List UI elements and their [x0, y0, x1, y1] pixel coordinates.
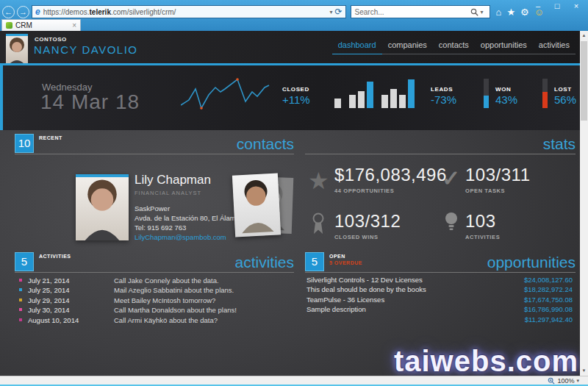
activity-row[interactable]: July 25, 2014 Mail Azeglio Sabbatini abo… — [15, 286, 294, 296]
address-bar[interactable]: e https://demos.telerik.com/silverlight/… — [32, 5, 346, 18]
contact-role: FINANCIAL ANALYST — [135, 190, 234, 196]
leads-bar — [381, 95, 388, 108]
vertical-scrollbar[interactable]: ▲ ▼ — [580, 31, 588, 376]
opportunity-row[interactable]: Silverlight Controls - 12 Dev Licenses $… — [305, 276, 576, 285]
main-nav: dashboard companies contacts opportuniti… — [332, 40, 576, 54]
leads-bar — [334, 99, 341, 108]
contact-photo-front[interactable] — [232, 173, 281, 237]
opportunity-row[interactable]: TeamPulse - 36 Licenses $17,674,750.08 — [305, 296, 576, 305]
stat-opportunities: $176,083,496 44 OPPORTUNITIES — [334, 165, 447, 194]
activity-row[interactable]: August 10, 2014 Call Armi Käyhkö about t… — [15, 316, 294, 326]
activity-date: July 30, 2014 — [28, 306, 70, 314]
url-prefix: https://demos. — [43, 8, 90, 16]
search-icon[interactable] — [470, 8, 478, 16]
stat-closed-wins: 103/312 CLOSED WINS — [334, 211, 401, 240]
nav-item-contacts[interactable]: contacts — [433, 40, 475, 54]
nav-item-dashboard[interactable]: dashboard — [332, 40, 382, 54]
contacts-section-title[interactable]: contacts — [237, 135, 294, 153]
contact-email-link[interactable]: LilyChapman@spambob.com — [135, 233, 234, 241]
opportunity-amount: $17,674,750.08 — [524, 296, 573, 304]
opportunity-name: Sample description — [306, 305, 366, 313]
activity-row[interactable]: July 21, 2014 Call Jake Connely about th… — [15, 276, 294, 286]
zoom-level: 100% — [557, 377, 574, 385]
stats-section-title[interactable]: stats — [543, 135, 576, 153]
stat-value: 103 — [465, 211, 500, 232]
lost-gauge-fill — [542, 92, 548, 108]
activity-bullet — [19, 299, 22, 301]
scroll-down-icon[interactable]: ▼ — [580, 366, 588, 376]
contacts-count-badge: 10 — [15, 134, 34, 153]
activity-text: Call Martha Donaldson about the plans! — [114, 306, 237, 314]
close-button[interactable]: × — [568, 1, 584, 11]
opportunity-name: Silverlight Controls - 12 Dev Licenses — [306, 276, 423, 284]
tab-bar: CRM × — [0, 19, 588, 31]
stat-label: OPEN TASKS — [465, 187, 530, 194]
search-box[interactable]: Search... ▾ — [351, 5, 490, 18]
activity-date: August 10, 2014 — [28, 316, 79, 324]
contacts-section-header: 10 RECENT contacts — [15, 134, 294, 154]
left-column: 10 RECENT contacts Lily Chapman FINANCIA… — [15, 130, 294, 376]
browser-window: – □ × ← → e https://demos.telerik.com/si… — [0, 0, 588, 386]
leads-bar — [390, 89, 397, 108]
opportunity-row[interactable]: Sample description $16,786,990.08 — [305, 305, 576, 315]
url-text: https://demos.telerik.com/silverlight/cr… — [43, 8, 328, 16]
home-icon[interactable]: ⌂ — [496, 7, 502, 18]
stat-label: 44 OPPORTUNITIES — [334, 187, 447, 194]
user-name: NANCY DAVOLIO — [34, 43, 137, 56]
smiley-feedback-icon[interactable]: ☺ — [534, 7, 544, 18]
user-avatar[interactable] — [6, 34, 28, 63]
award-ribbon-icon — [311, 212, 326, 235]
activity-bullet — [19, 318, 22, 321]
leads-bar-highlight — [367, 82, 373, 108]
contact-photo-stack[interactable] — [232, 174, 294, 240]
tab-crm[interactable]: CRM × — [1, 19, 81, 31]
contact-name: Lily Chapman — [135, 173, 234, 187]
contact-photo[interactable] — [76, 174, 129, 240]
maximize-button[interactable]: □ — [549, 1, 565, 11]
favorites-star-icon[interactable]: ★ — [506, 7, 515, 18]
activity-bullet — [19, 308, 22, 311]
back-button[interactable]: ← — [2, 6, 15, 18]
header-accent-line — [0, 63, 580, 65]
leads-bar-chart — [334, 79, 427, 108]
activity-date: July 25, 2014 — [28, 286, 70, 294]
lightbulb-icon — [445, 212, 458, 232]
activity-text: Mail Azeglio Sabbatini about the plans. — [114, 286, 234, 294]
right-column: stats ★ $176,083,496 44 OPPORTUNITIES ✓ … — [305, 130, 576, 376]
refresh-icon[interactable]: ⟳ — [334, 7, 342, 17]
nav-item-activities[interactable]: activities — [533, 40, 576, 54]
activity-bullet — [19, 279, 22, 282]
search-placeholder: Search... — [355, 8, 470, 16]
opportunities-section-title[interactable]: opportunities — [487, 254, 576, 271]
zoom-dropdown-icon[interactable]: ▾ — [576, 378, 579, 384]
stat-label: CLOSED WINS — [334, 234, 401, 240]
search-dropdown-icon[interactable]: ▾ — [481, 9, 484, 15]
leads-bar — [399, 95, 406, 108]
opportunity-row[interactable]: $11,297,942.40 — [305, 315, 576, 325]
opportunities-count-badge: 5 — [305, 252, 324, 271]
activity-row[interactable]: July 30, 2014 Call Martha Donaldson abou… — [15, 306, 294, 315]
contact-phone: Tel: 915 692 763 — [135, 224, 234, 232]
activity-text: Call Jake Connely about the data. — [114, 276, 219, 285]
lost-value: 56% — [554, 93, 576, 106]
contacts-badge-label: RECENT — [39, 135, 62, 140]
stat-value: $176,083,496 — [334, 165, 447, 185]
opportunity-row[interactable]: This deal should be done by the books $1… — [305, 285, 576, 295]
won-label: WON — [495, 86, 511, 93]
opportunity-amount: $24,008,127.60 — [524, 276, 573, 284]
forward-button[interactable]: → — [17, 6, 29, 18]
activity-row[interactable]: July 29, 2014 Meet Bailey McIntosh tomor… — [15, 296, 294, 306]
silverlight-favicon-icon — [6, 22, 12, 29]
nav-item-opportunities[interactable]: opportunities — [475, 40, 533, 54]
won-gauge-fill — [484, 96, 489, 108]
chrome-icon-cluster: ⌂ ★ ⚙ ☺ — [496, 7, 544, 18]
activities-section-header: 5 ACTIVITIES activities — [15, 252, 294, 273]
opportunity-amount: $16,786,990.08 — [524, 305, 573, 313]
activities-section-title[interactable]: activities — [234, 254, 294, 271]
scroll-up-icon[interactable]: ▲ — [580, 31, 588, 40]
scrollbar-thumb[interactable] — [581, 41, 587, 121]
settings-gear-icon[interactable]: ⚙ — [520, 7, 529, 18]
tab-close-icon[interactable]: × — [72, 21, 76, 29]
nav-item-companies[interactable]: companies — [382, 40, 433, 54]
autocomplete-dropdown-icon[interactable]: ▾ — [329, 9, 332, 15]
